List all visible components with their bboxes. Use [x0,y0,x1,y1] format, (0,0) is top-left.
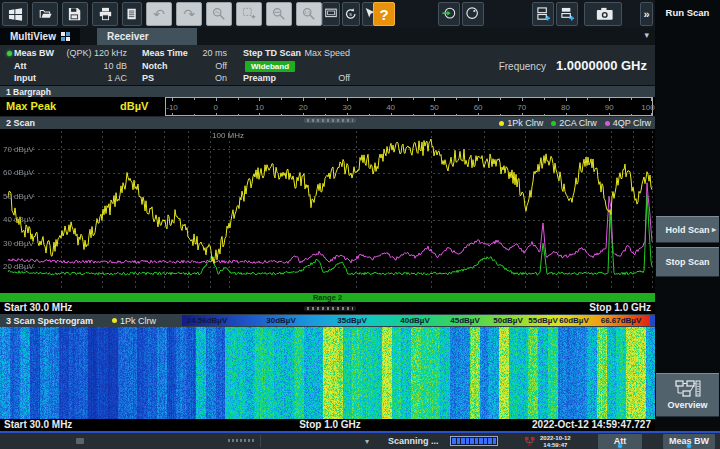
hold-scan-button[interactable]: Hold Scan ▸ [656,216,719,243]
setting-ps[interactable]: PSOn [142,73,227,83]
spectrogram-window-title[interactable]: 3 Scan Spectrogram 1Pk Clrw 24.56dBµV30d… [0,314,655,327]
bargraph-body[interactable]: Max Peak dBµV -100102030405060708090100 [0,97,655,117]
scan-trace-legend: 1Pk Clrw2CA Clrw4QP Clrw [499,117,651,129]
measbw-quick-button[interactable]: Meas BW [663,434,715,449]
colorbar-level-label: 50dBµV [493,316,523,325]
setting-value: Off [215,61,227,71]
windows-menu-icon [8,7,23,22]
scan-y-axis-label: 50 dBµV [3,192,34,201]
frequency-label: Frequency [499,61,546,72]
add-window-2-button[interactable] [556,2,578,26]
display-layout-button[interactable] [322,2,340,26]
report-button[interactable] [122,2,142,26]
setting-value: Off [338,73,350,83]
scan-range-label: Range 2 [313,293,342,302]
spectrogram-title-label: 3 Scan Spectrogram [6,316,93,326]
print-icon [98,7,113,21]
sync-button[interactable]: s [342,2,360,26]
windows-menu-button[interactable] [2,2,28,26]
window-resize-handle[interactable] [304,306,356,311]
overview-button[interactable]: Overview [656,373,719,417]
bargraph-unit-label: dBµV [120,100,148,112]
status-led [7,51,12,56]
settings-bar: Frequency 1.0000000 GHz Meas BW(QPK) 120… [0,45,655,86]
chevron-down-icon[interactable]: ▾ [644,30,649,40]
screenshot-camera-button[interactable] [584,2,622,26]
colorbar-level-label: 66.67dBµV [601,316,642,325]
setting-meas-bw[interactable]: Meas BW(QPK) 120 kHz [14,48,127,58]
scan-y-axis-label: 60 dBµV [3,168,34,177]
redo-button: ↷ [176,2,202,26]
scan-start-frequency: Start 30.0 MHz [4,302,72,313]
trace-legend-item[interactable]: 4QP Clrw [605,118,651,128]
help-button[interactable]: ? [373,2,395,26]
zoom-select-button [206,2,232,26]
datetime-readout: 2022-10-12 14:59:47 [540,435,571,449]
save-file-button[interactable] [62,2,88,26]
trace-legend-item[interactable]: 1Pk Clrw [499,118,543,128]
bargraph-scale-tick-label: -10 [166,103,178,112]
tab-receiver-label: Receiver [107,31,149,42]
network-status-icon [524,436,536,447]
hold-scan-label: Hold Scan [665,225,709,235]
stop-scan-button[interactable]: Stop Scan [656,247,719,277]
bargraph-scale-tick-label: 70 [517,103,526,112]
blue-indicator-dot [687,444,691,448]
scan-range-bar[interactable]: Range 2 [0,293,655,302]
setting-label: Att [14,61,27,71]
setting-label: PS [142,73,154,83]
setting-meas-time[interactable]: Meas Time20 ms [142,48,227,58]
setting-att[interactable]: Att10 dB [14,61,127,71]
frequency-readout[interactable]: Frequency 1.0000000 GHz [499,58,647,73]
keyboard-icon[interactable] [76,438,84,444]
scanning-status-label: Scanning ... [388,436,439,446]
bargraph-title-label: 1 Bargraph [6,87,51,97]
spectrogram-canvas[interactable] [0,327,655,419]
setting-value: Max Speed [304,48,350,58]
trace-legend-item[interactable]: 2CA Clrw [551,118,597,128]
trace-label: 1Pk Clrw [120,316,156,326]
overview-label: Overview [667,400,707,410]
setting-step-td-scan[interactable]: Step TD ScanMax Speed [243,48,350,58]
print-button[interactable] [92,2,118,26]
add-window-1-button[interactable] [532,2,554,26]
setting-notch[interactable]: NotchOff [142,61,227,71]
trace-label: 1Pk Clrw [507,118,543,128]
trace-label: 4QP Clrw [613,118,651,128]
setting-preamp[interactable]: PreampOff [243,73,350,83]
status-drag-handle[interactable] [228,439,254,442]
undo-icon: ↶ [153,7,165,21]
chevron-down-icon[interactable]: ▾ [365,437,369,446]
scan-window-title[interactable]: 2 Scan 1Pk Clrw2CA Clrw4QP Clrw [0,117,655,129]
knob-button[interactable] [462,2,484,26]
preset-icon [441,7,457,21]
bargraph-window-title[interactable]: 1 Bargraph [0,86,655,97]
bargraph-scale-tick-label: 30 [342,103,351,112]
preset-button[interactable] [438,2,460,26]
scan-plot-canvas[interactable] [0,129,655,293]
more-button[interactable]: » [640,2,653,26]
trace-legend-item[interactable]: 1Pk Clrw [112,316,156,326]
window-resize-handle[interactable] [304,118,356,123]
colorbar-level-label: 55dBµV [528,316,558,325]
scan-plot-area[interactable]: 70 dBµV60 dBµV50 dBµV40 dBµV30 dBµV20 dB… [0,129,655,293]
setting-input[interactable]: Input1 AC [14,73,127,83]
att-quick-button[interactable]: Att [598,434,642,449]
bargraph-scale-tick-label: 50 [430,103,439,112]
bargraph-scale-tick-label: 0 [213,103,217,112]
spectrogram-start-frequency: Start 30.0 MHz [4,419,72,430]
colorbar-level-label: 45dBµV [450,316,480,325]
run-scan-softkey[interactable]: Run Scan [655,7,720,18]
spectrogram-body[interactable] [0,327,655,419]
scan-y-axis-label: 20 dBµV [3,262,34,271]
tab-multiview[interactable]: MultiView [0,28,80,45]
help-icon: ? [379,6,388,23]
tab-receiver[interactable]: Receiver [97,28,197,45]
svg-text:s: s [349,11,352,17]
add-window-2-icon [560,7,575,22]
open-file-button[interactable] [32,2,58,26]
bargraph-scale-tick-label: 90 [605,103,614,112]
wideband-badge[interactable]: Wideband [245,61,295,72]
setting-label: Meas BW [14,48,54,58]
scan-progress-bar [450,436,498,446]
